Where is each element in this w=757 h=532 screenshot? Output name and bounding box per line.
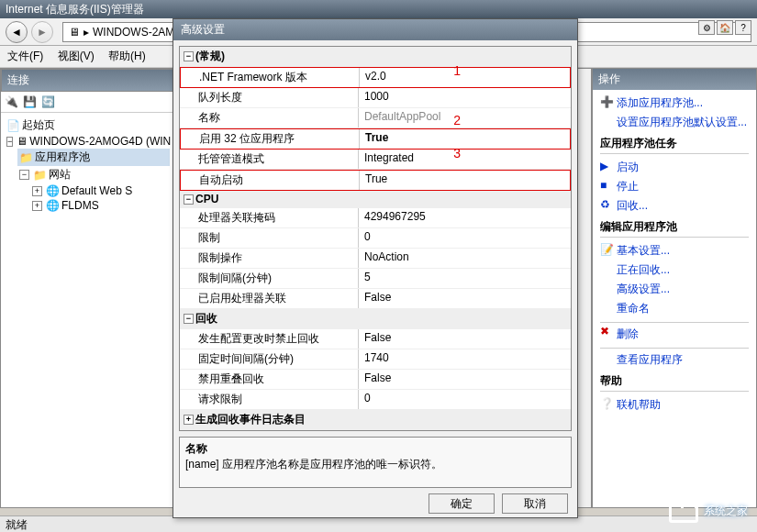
dialog-title: 高级设置 (173, 19, 577, 40)
annotation-1: 1 (453, 63, 461, 78)
delete-icon: ✖ (600, 325, 613, 338)
expander-icon[interactable]: + (32, 186, 42, 196)
row-queue[interactable]: 队列长度1000 (180, 88, 571, 108)
desc-title: 名称 (185, 441, 565, 457)
action-set-defaults[interactable]: 设置应用程序池默认设置... (600, 113, 749, 132)
row-autostart[interactable]: 自动启动True (180, 170, 571, 191)
row-limitaction[interactable]: 限制操作NoAction (180, 249, 571, 269)
expander-icon[interactable]: − (19, 170, 29, 180)
cat-general[interactable]: −(常规) (180, 47, 571, 67)
action-stop[interactable]: ■停止 (600, 177, 749, 196)
connect-icon[interactable]: 🔌 (4, 94, 18, 109)
tool-icon-2[interactable]: 🏠 (717, 20, 733, 35)
action-advanced[interactable]: 高级设置... (600, 280, 749, 299)
row-smpenabled[interactable]: 已启用处理器关联False (180, 289, 571, 309)
expander-icon[interactable]: + (32, 201, 42, 211)
add-icon: ➕ (600, 95, 613, 108)
annotation-2: 2 (453, 113, 461, 127)
row-limitint[interactable]: 限制间隔(分钟)5 (180, 269, 571, 289)
app-title: Internet 信息服务(IIS)管理器 (6, 2, 144, 17)
annotation-3: 3 (453, 146, 461, 161)
tree-app-pools[interactable]: 📁应用程序池 (17, 149, 170, 166)
tree-fldms[interactable]: +🌐FLDMS (30, 198, 170, 213)
row-name[interactable]: 名称DefaultAppPool (180, 108, 571, 128)
action-online-help[interactable]: ❔联机帮助 (600, 395, 749, 415)
desc-text: [name] 应用程序池名称是应用程序池的唯一标识符。 (185, 458, 442, 471)
action-add-pool[interactable]: ➕添加应用程序池... (600, 94, 749, 113)
ok-button[interactable]: 确定 (429, 493, 495, 514)
connections-panel: 连接 🔌 💾 🔄 📄起始页 −🖥WINDOWS-2AMOG4D (WIN 📁应用… (0, 68, 174, 508)
tool-icon-1[interactable]: ⚙ (698, 20, 715, 35)
server-icon: 🖥 (69, 26, 80, 39)
row-reqlimit[interactable]: 请求限制0 (180, 390, 571, 410)
save-icon[interactable]: 💾 (22, 94, 37, 109)
expander-icon[interactable]: − (6, 137, 13, 147)
menu-help[interactable]: 帮助(H) (108, 50, 146, 62)
stop-icon: ■ (600, 179, 613, 192)
back-button[interactable]: ◄ (6, 21, 28, 43)
action-rename[interactable]: 重命名 (600, 299, 749, 318)
collapse-icon[interactable]: − (184, 51, 194, 61)
tree-start-page[interactable]: 📄起始页 (5, 116, 170, 134)
cancel-button[interactable]: 取消 (502, 493, 568, 514)
collapse-icon[interactable]: − (184, 194, 194, 205)
expand-icon[interactable]: + (184, 415, 194, 425)
play-icon: ▶ (600, 160, 613, 172)
help-header: 帮助 (600, 373, 749, 392)
cat-genevents[interactable]: +生成回收事件日志条目 (180, 410, 571, 430)
menu-view[interactable]: 视图(V) (58, 50, 95, 62)
action-start[interactable]: ▶启动 (600, 158, 749, 177)
watermark-text: 系统之家 (704, 504, 748, 519)
row-affinity[interactable]: 处理器关联掩码4294967295 (180, 208, 571, 228)
help-icon[interactable]: ? (735, 20, 751, 35)
watermark-logo-icon (669, 499, 698, 523)
advanced-settings-dialog: 高级设置 −(常规) .NET Framework 版本v2.0 队列长度100… (173, 18, 578, 518)
action-view-apps[interactable]: 查看应用程序 (600, 348, 749, 370)
actions-panel: 操作 ➕添加应用程序池... 设置应用程序池默认设置... 应用程序池任务 ▶启… (592, 68, 757, 508)
row-enable32[interactable]: 启用 32 位应用程序True (180, 128, 571, 150)
action-recycling[interactable]: 正在回收... (600, 260, 749, 280)
row-regtime[interactable]: 固定时间间隔(分钟)1740 (180, 349, 571, 370)
tree-server[interactable]: −🖥WINDOWS-2AMOG4D (WIN (5, 134, 170, 149)
connections-toolbar: 🔌 💾 🔄 (1, 92, 173, 113)
edit-header: 编辑应用程序池 (600, 219, 749, 238)
property-grid[interactable]: −(常规) .NET Framework 版本v2.0 队列长度1000 名称D… (179, 46, 572, 431)
actions-header: 操作 (593, 69, 756, 90)
row-disallowrot[interactable]: 发生配置更改时禁止回收False (180, 329, 571, 349)
action-recycle[interactable]: ♻回收... (600, 196, 749, 216)
action-basic[interactable]: 📝基本设置... (600, 241, 749, 260)
menu-file[interactable]: 文件(F) (7, 50, 43, 62)
description-area: 名称 [name] 应用程序池名称是应用程序池的唯一标识符。 (179, 437, 572, 488)
collapse-icon[interactable]: − (184, 314, 194, 324)
action-delete[interactable]: ✖删除 (600, 322, 749, 344)
tree-sites[interactable]: −📁网站 (17, 166, 170, 183)
row-limit[interactable]: 限制0 (180, 228, 571, 249)
help-icon: ❔ (600, 397, 613, 410)
recycle-icon: ♻ (600, 198, 613, 211)
forward-button[interactable]: ► (31, 21, 53, 43)
cat-recycle[interactable]: −回收 (180, 309, 571, 329)
app-titlebar: Internet 信息服务(IIS)管理器 (0, 0, 757, 18)
cat-specific[interactable]: +特定时间TimeSpan[] Array (180, 430, 571, 431)
row-pipeline[interactable]: 托管管道模式Integrated (180, 150, 571, 170)
watermark: 系统之家 (669, 499, 748, 523)
connections-tree: 📄起始页 −🖥WINDOWS-2AMOG4D (WIN 📁应用程序池 −📁网站 … (1, 113, 173, 507)
tree-default-web[interactable]: +🌐Default Web S (30, 183, 170, 198)
refresh-icon[interactable]: 🔄 (40, 94, 55, 109)
connections-header: 连接 (1, 69, 173, 92)
cat-cpu[interactable]: −CPU (180, 191, 571, 208)
row-disoverlap[interactable]: 禁用重叠回收False (180, 370, 571, 390)
tasks-header: 应用程序池任务 (600, 136, 749, 154)
settings-icon: 📝 (600, 243, 613, 256)
row-netfw[interactable]: .NET Framework 版本v2.0 (180, 67, 571, 88)
